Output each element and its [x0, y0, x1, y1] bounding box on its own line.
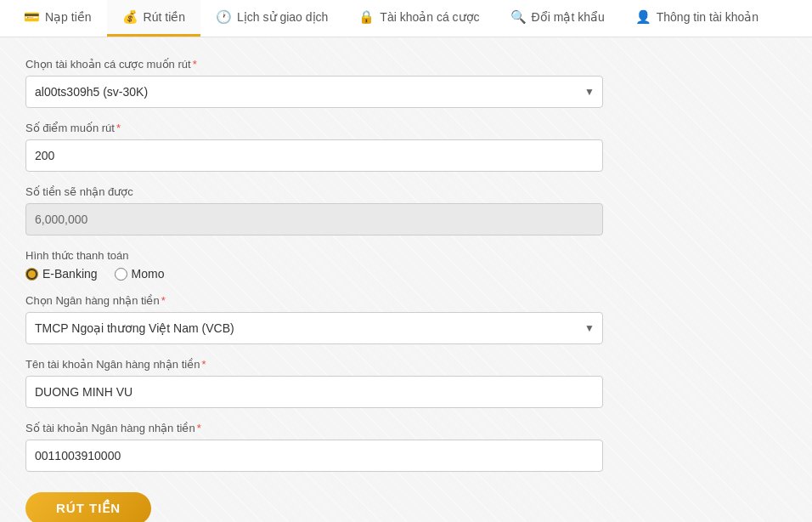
doi-mat-khau-icon: 🔍: [510, 9, 527, 25]
points-label: Số điểm muốn rút*: [25, 122, 787, 134]
payment-options: E-Banking Momo: [25, 267, 787, 281]
payment-group: Hình thức thanh toán E-Banking Momo: [25, 249, 787, 281]
account-number-input[interactable]: [25, 440, 603, 472]
thong-tin-icon: 👤: [635, 9, 651, 25]
account-name-group: Tên tài khoản Ngân hàng nhận tiền*: [25, 358, 787, 408]
payment-label: Hình thức thanh toán: [25, 249, 787, 262]
bank-select-wrapper: TMCP Ngoại thương Việt Nam (VCB) ▼: [25, 312, 603, 344]
rut-tien-icon: 💰: [122, 9, 138, 25]
nav-lich-su[interactable]: 🕐 Lịch sử giao dịch: [200, 0, 343, 37]
account-name-label: Tên tài khoản Ngân hàng nhận tiền*: [25, 358, 787, 371]
amount-group: Số tiền sẽ nhận được: [25, 185, 787, 235]
top-nav: 💳 Nạp tiền 💰 Rút tiền 🕐 Lịch sử giao dịc…: [0, 0, 812, 37]
momo-option[interactable]: Momo: [115, 267, 165, 281]
points-input[interactable]: [25, 139, 603, 172]
bank-label: Chọn Ngân hàng nhận tiền*: [25, 294, 787, 307]
amount-label: Số tiền sẽ nhận được: [25, 185, 787, 198]
ebanking-radio[interactable]: [25, 268, 38, 281]
account-label: Chọn tài khoản cá cược muốn rút*: [25, 58, 787, 71]
nav-thong-tin[interactable]: 👤 Thông tin tài khoản: [620, 0, 774, 37]
account-number-label: Số tài khoản Ngân hàng nhận tiền*: [25, 422, 787, 434]
lich-su-icon: 🕐: [216, 9, 232, 25]
account-group: Chọn tài khoản cá cược muốn rút* al00ts3…: [25, 58, 787, 108]
points-group: Số điểm muốn rút*: [25, 122, 787, 172]
nap-tien-icon: 💳: [24, 9, 40, 25]
nav-nap-tien[interactable]: 💳 Nạp tiền: [8, 0, 107, 37]
bank-select[interactable]: TMCP Ngoại thương Việt Nam (VCB): [25, 312, 603, 344]
amount-input: [25, 203, 603, 235]
nav-tai-khoan-ca-cuoc[interactable]: 🔒 Tài khoản cá cược: [343, 0, 494, 37]
tai-khoan-ca-cuoc-icon: 🔒: [358, 9, 375, 25]
nav-doi-mat-khau[interactable]: 🔍 Đổi mật khẩu: [495, 0, 620, 37]
main-content: Chọn tài khoản cá cược muốn rút* al00ts3…: [0, 37, 812, 522]
ebanking-option[interactable]: E-Banking: [25, 267, 98, 281]
nav-rut-tien[interactable]: 💰 Rút tiền: [107, 0, 200, 37]
submit-button[interactable]: RÚT TIỀN: [25, 492, 151, 522]
account-number-group: Số tài khoản Ngân hàng nhận tiền*: [25, 422, 787, 472]
momo-radio[interactable]: [115, 268, 127, 281]
account-name-input[interactable]: [25, 376, 603, 408]
account-select-wrapper: al00ts309h5 (sv-30K) ▼: [25, 76, 603, 108]
bank-group: Chọn Ngân hàng nhận tiền* TMCP Ngoại thư…: [25, 294, 787, 344]
account-select[interactable]: al00ts309h5 (sv-30K): [25, 76, 603, 108]
